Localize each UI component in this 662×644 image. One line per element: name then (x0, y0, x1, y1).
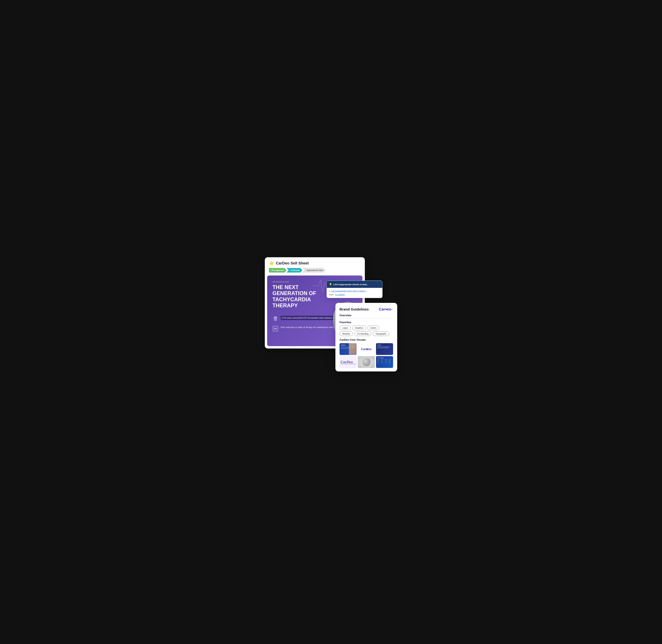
sell-sheet-header: ⭐ CarDeo Sell Sheet (265, 257, 365, 268)
vc6-icons-grid: ♥ ⚡ ✚ ◻ ≈ 👤 ✓ → (377, 359, 392, 364)
vc2-logo-text: Careo (361, 347, 372, 351)
step-approved-label[interactable]: Approved for Use (303, 268, 326, 273)
icon-medical: ✚ (385, 359, 387, 361)
step-pre-approval-label[interactable]: Pre-Approval (269, 268, 287, 273)
chip-colors[interactable]: Colors (368, 326, 379, 330)
chip-modules[interactable]: Modules (339, 331, 353, 336)
brand-divider (339, 318, 393, 319)
tooltip-link-row: ▶ Low inappropriate shock rates in patie… (329, 290, 380, 292)
chip-logos[interactable]: Logos (339, 326, 351, 330)
favorites-label: Favorites (339, 321, 393, 324)
icon-arrow: → (388, 362, 391, 364)
icd-device-thumbnail (362, 358, 371, 366)
brand-guidelines-title: Brand Guidelines (339, 307, 369, 312)
step-approved[interactable]: Approved for Use (303, 268, 326, 273)
chip-graphics[interactable]: Graphics (352, 326, 366, 330)
step-pre-approval[interactable]: Pre-Approval (269, 268, 287, 273)
svg-text:IMPLANTABLE CARDIOVERTER DEFIB: IMPLANTABLE CARDIOVERTER DEFIBRILLATOR (340, 364, 356, 365)
visual-card-2[interactable]: Careo (358, 343, 375, 355)
visual-card-3[interactable]: CarDeo THE NEXT GENERATION OF TACHYCARDI… (376, 343, 393, 355)
person-silhouette-icon (350, 345, 356, 353)
vc1-image-area (349, 343, 357, 355)
icon-person: 👤 (381, 362, 383, 364)
core-visuals-label: CarDeo Core Visuals (339, 338, 393, 341)
brand-logo: Car eo ™ (379, 307, 393, 312)
tooltip-card: 💡 1.5% inappropriate shocks in dual... ▶… (327, 280, 382, 298)
brand-guidelines-card: Brand Guidelines Car eo ™ Overview Favor… (335, 303, 397, 371)
bulb-icon: 💡 (329, 283, 332, 286)
icon-heart: ♥ (377, 359, 379, 361)
vc4-stylized-logo: CarDeo IMPLANTABLE CARDIOVERTER DEFIBRIL… (340, 359, 356, 365)
tooltip-header: 💡 1.5% inappropriate shocks in dual... (327, 281, 382, 288)
favorites-row-2: Modules Co-branding Typography (339, 331, 393, 336)
step-in-review[interactable]: In Review (287, 268, 303, 273)
icon-pulse: ⚡ (381, 359, 383, 361)
sell-sheet-title: CarDeo Sell Sheet (276, 261, 309, 266)
brand-header: Brand Guidelines Car eo ™ (339, 307, 393, 312)
chevron-right-icon: ▶ (329, 290, 330, 292)
tooltip-from-link[interactable]: CL-000054 (335, 294, 345, 296)
favorites-row-1: Logos Graphics Colors (339, 326, 393, 330)
visuals-grid: CarDeo Improve OutcomesWith CarDeo ICDs … (339, 343, 393, 368)
visual-card-1[interactable]: CarDeo Improve OutcomesWith CarDeo ICDs (339, 343, 357, 355)
visual-card-4[interactable]: CarDeo IMPLANTABLE CARDIOVERTER DEFIBRIL… (339, 356, 357, 368)
brand-logo-tm: ™ (392, 308, 393, 310)
vc3-title: THE NEXT GENERATION OF TACHYCARDIA THERA… (377, 346, 392, 349)
chip-typography[interactable]: Typography (373, 331, 389, 336)
from-label: From (329, 294, 333, 296)
brand-logo-text-2: eo (387, 307, 392, 312)
star-icon: ⭐ (269, 261, 274, 266)
scene: ⭐ CarDeo Sell Sheet Pre-Approval In Revi… (265, 257, 397, 387)
tooltip-header-text: 1.5% inappropriate shocks in dual... (333, 283, 368, 286)
progress-bar: Pre-Approval In Review Approved for Use (265, 268, 365, 276)
vc6-title: 5 Iconography (377, 357, 392, 358)
vc3-logo: CarDeo (377, 344, 392, 346)
brand-logo-text: Car (379, 307, 385, 312)
icon-wave: ≈ (377, 362, 379, 364)
tooltip-link[interactable]: Low inappropriate shock rates in patient… (331, 290, 367, 292)
icon-check: ✓ (385, 362, 387, 364)
chip-cobranding[interactable]: Co-branding (354, 331, 371, 336)
visual-card-5[interactable] (358, 356, 375, 368)
tooltip-body: ▶ Low inappropriate shock rates in patie… (327, 288, 382, 298)
icon-device: ◻ (388, 359, 391, 361)
svg-point-1 (352, 346, 354, 348)
svg-point-0 (274, 317, 277, 320)
step-in-review-label[interactable]: In Review (287, 268, 303, 273)
visual-card-6[interactable]: 5 Iconography ♥ ⚡ ✚ ◻ ≈ 👤 ✓ → (376, 356, 393, 368)
brand-logo-dot (385, 308, 387, 310)
overview-label: Overview (339, 314, 393, 317)
device-icon (273, 326, 278, 331)
tooltip-from-row: From CL-000054 (329, 294, 380, 296)
heart-monitor-icon (273, 316, 278, 322)
